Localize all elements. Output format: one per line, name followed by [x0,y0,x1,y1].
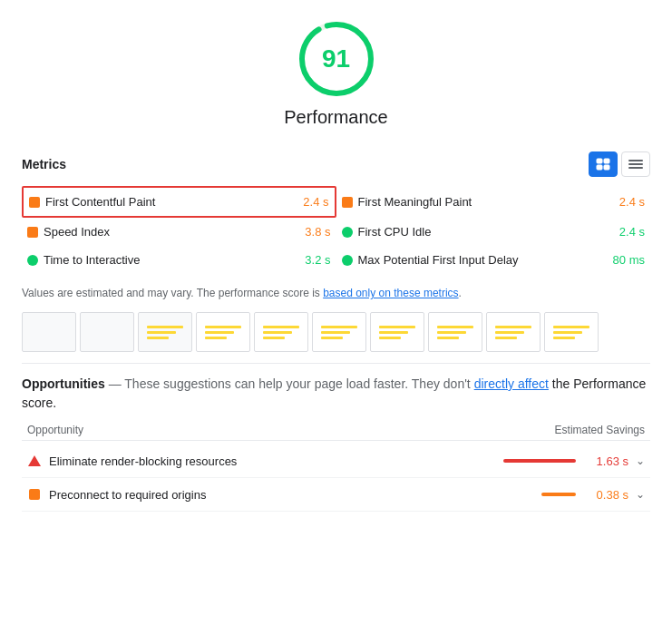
metric-first-meaningful-paint: First Meaningful Paint 2.4 s [336,186,651,218]
opportunity-preconnect[interactable]: Preconnect to required origins 0.38 s ⌄ [22,478,650,512]
opportunities-table-header: Opportunity Estimated Savings [22,420,650,441]
score-circle: 91 [296,18,377,100]
divider-1 [22,363,650,364]
triangle-icon [27,454,42,468]
metric-max-potential-fid: Max Potential First Input Delay 80 ms [336,246,651,274]
metric-value-fci: 2.4 s [619,225,645,239]
grid-view-button[interactable] [589,151,618,177]
score-value: 91 [322,44,350,73]
metric-name-fci: First CPU Idle [358,225,614,239]
svg-rect-2 [597,159,602,163]
metric-speed-index: Speed Index 3.8 s [22,218,336,246]
col-opportunity: Opportunity [27,424,83,436]
metrics-title: Metrics [22,157,66,171]
film-frame-2 [80,312,134,352]
metric-dot-si [27,227,38,238]
opportunities-bold: Opportunities [22,376,105,391]
svg-rect-3 [604,159,609,163]
film-frame-4 [196,312,250,352]
metrics-note: Values are estimated and may vary. The p… [22,285,650,301]
score-section: 91 Performance [22,18,650,142]
square-icon [27,487,42,502]
opportunities-gray: — These suggestions can help your page l… [105,376,474,391]
metric-name-fcp: First Contentful Paint [45,195,297,209]
metrics-grid: First Contentful Paint 2.4 s First Meani… [22,186,650,274]
chevron-icon-render-blocking[interactable]: ⌄ [636,454,645,467]
metric-name-si: Speed Index [44,225,299,239]
film-frame-10 [544,312,599,352]
film-frame-6 [312,312,366,352]
metric-dot-tti [27,255,38,266]
metric-dot-fcp [29,197,40,208]
opp-name-render-blocking: Eliminate render-blocking resources [49,454,492,468]
opp-name-preconnect: Preconnect to required origins [49,488,492,502]
opportunities-header: Opportunities — These suggestions can he… [22,375,650,413]
metric-name-tti: Time to Interactive [44,253,299,267]
metric-value-fid: 80 ms [613,253,645,267]
metric-time-to-interactive: Time to Interactive 3.2 s [22,246,336,274]
metric-value-fmp: 2.4 s [619,195,645,209]
svg-rect-4 [597,165,602,170]
col-savings: Estimated Savings [555,424,645,436]
list-view-button[interactable] [621,151,650,177]
metric-first-contentful-paint: First Contentful Paint 2.4 s [22,186,336,218]
performance-label: Performance [284,107,388,128]
opportunities-link[interactable]: directly affect [474,376,549,391]
opp-saving-render-blocking: 1.63 s [583,454,628,468]
metric-value-tti: 3.2 s [305,253,330,267]
metric-first-cpu-idle: First CPU Idle 2.4 s [336,218,651,246]
chevron-icon-preconnect[interactable]: ⌄ [636,488,645,501]
metric-value-fcp: 2.4 s [303,195,328,209]
metric-name-fid: Max Potential First Input Delay [358,253,608,267]
filmstrip [22,312,650,352]
metrics-header: Metrics [22,151,650,177]
metric-dot-fci [342,227,353,238]
film-frame-5 [254,312,308,352]
svg-rect-5 [604,165,609,170]
film-frame-9 [486,312,541,352]
opp-bar-render-blocking [503,459,576,463]
opp-bar-preconnect [541,493,576,496]
film-frame-3 [138,312,192,352]
film-frame-7 [370,312,424,352]
metric-name-fmp: First Meaningful Paint [358,195,614,209]
metric-value-si: 3.8 s [305,225,330,239]
opportunity-render-blocking[interactable]: Eliminate render-blocking resources 1.63… [22,444,650,478]
opp-saving-preconnect: 0.38 s [583,488,628,502]
metrics-note-link[interactable]: based only on these metrics [323,287,458,299]
opp-bar-area-preconnect: 0.38 s ⌄ [500,488,645,502]
film-frame-8 [428,312,482,352]
metric-dot-fid [342,255,353,266]
opp-bar-area-render-blocking: 1.63 s ⌄ [500,454,645,468]
view-toggle [589,151,650,177]
metric-dot-fmp [342,197,353,208]
film-frame-1 [22,312,76,352]
